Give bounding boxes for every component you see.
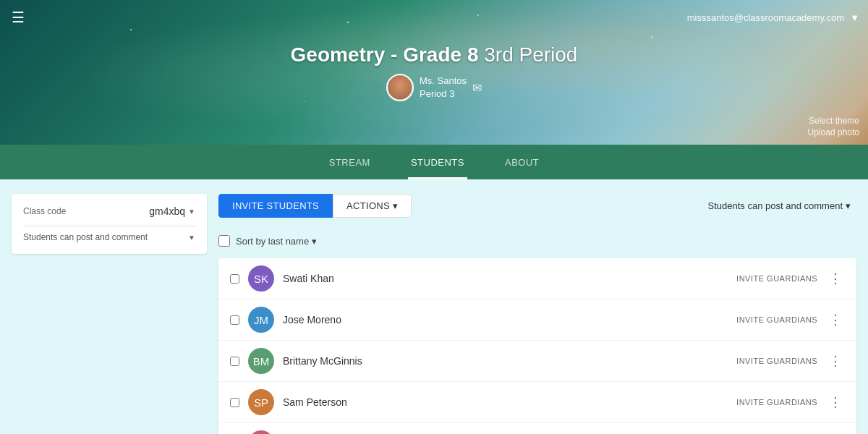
- student-list: SK Swati Khan INVITE GUARDIANS ⋮ JM Jose…: [218, 258, 856, 434]
- student-avatar: JS: [248, 430, 274, 434]
- select-theme-link[interactable]: Select theme: [809, 116, 859, 126]
- permission-dropdown-label: Students can post and comment: [708, 200, 843, 211]
- sort-row: Sort by last name ▾: [218, 229, 856, 252]
- invite-guardians-button[interactable]: INVITE GUARDIANS: [736, 274, 817, 283]
- student-name: Sam Peterson: [283, 396, 728, 408]
- hero-title: Geometry - Grade 8 3rd Period: [291, 43, 578, 67]
- sidebar: Class code gm4xbq ▼ Students can post an…: [12, 194, 207, 434]
- class-code-text: gm4xbq: [149, 205, 185, 217]
- student-checkbox-2[interactable]: [230, 357, 239, 366]
- hero-actions: Select theme Upload photo: [808, 116, 859, 137]
- more-options-icon[interactable]: ⋮: [826, 352, 845, 370]
- table-row: JS Jennifer Shepherd INVITE GUARDIANS ⋮: [218, 423, 856, 434]
- sort-label[interactable]: Sort by last name ▾: [236, 236, 317, 247]
- class-code-dropdown-arrow[interactable]: ▼: [188, 208, 195, 216]
- nav-item-stream[interactable]: STREAM: [326, 145, 373, 179]
- class-code-label: Class code: [23, 206, 66, 216]
- nav-item-about[interactable]: ABOUT: [502, 145, 542, 179]
- student-avatar: JM: [248, 307, 274, 333]
- student-avatar: BM: [248, 348, 274, 374]
- invite-guardians-button[interactable]: INVITE GUARDIANS: [736, 398, 817, 407]
- sidebar-permission-text: Students can post and comment: [23, 232, 148, 242]
- top-bar: ☰ misssantos@classroomacademy.com ▼: [0, 0, 868, 35]
- more-options-icon[interactable]: ⋮: [826, 310, 845, 329]
- sidebar-divider: [23, 226, 195, 226]
- right-panel: INVITE STUDENTS ACTIONS ▾ Students can p…: [218, 194, 856, 434]
- email-icon[interactable]: ✉: [472, 81, 482, 95]
- select-all-checkbox[interactable]: [218, 235, 230, 247]
- user-email: misssantos@classroomacademy.com: [687, 12, 844, 23]
- tab-actions[interactable]: ACTIONS ▾: [333, 194, 412, 218]
- more-options-icon[interactable]: ⋮: [826, 393, 845, 412]
- table-row: JM Jose Moreno INVITE GUARDIANS ⋮: [218, 299, 856, 341]
- sidebar-card: Class code gm4xbq ▼ Students can post an…: [12, 194, 207, 254]
- teacher-name: Ms. Santos: [420, 75, 467, 88]
- invite-guardians-button[interactable]: INVITE GUARDIANS: [736, 357, 817, 365]
- student-checkbox-0[interactable]: [230, 274, 239, 284]
- tab-invite-students[interactable]: INVITE STUDENTS: [218, 194, 333, 218]
- hero-subtitle: Ms. Santos Period 3 ✉: [386, 74, 482, 101]
- student-checkbox-1[interactable]: [230, 315, 239, 325]
- student-name: Swati Khan: [283, 273, 728, 284]
- invite-guardians-button[interactable]: INVITE GUARDIANS: [736, 315, 817, 324]
- student-name: Jose Moreno: [283, 314, 728, 326]
- student-avatar: SP: [248, 389, 274, 415]
- avatar-face: [388, 76, 412, 99]
- tabs-row: INVITE STUDENTS ACTIONS ▾: [218, 194, 412, 218]
- more-options-icon[interactable]: ⋮: [826, 269, 845, 288]
- permission-dropdown-arrow: ▾: [846, 200, 851, 211]
- student-avatar: SK: [248, 265, 274, 292]
- student-name: Brittany McGinnis: [283, 355, 728, 367]
- nav-bar: STREAM STUDENTS ABOUT: [0, 145, 868, 179]
- table-row: SK Swati Khan INVITE GUARDIANS ⋮: [218, 258, 856, 299]
- teacher-info: Ms. Santos Period 3: [420, 75, 467, 101]
- main-content: Class code gm4xbq ▼ Students can post an…: [0, 179, 868, 434]
- hamburger-icon[interactable]: ☰: [9, 6, 27, 29]
- sidebar-permission-arrow[interactable]: ▼: [188, 234, 195, 242]
- student-checkbox-3[interactable]: [230, 398, 239, 407]
- teacher-avatar: [386, 74, 414, 101]
- teacher-period: Period 3: [420, 88, 467, 101]
- account-dropdown-arrow[interactable]: ▼: [850, 12, 859, 23]
- table-row: BM Brittany McGinnis INVITE GUARDIANS ⋮: [218, 341, 856, 382]
- sidebar-permission-row: Students can post and comment ▼: [23, 232, 195, 242]
- top-bar-right: misssantos@classroomacademy.com ▼: [687, 12, 859, 23]
- nav-item-students[interactable]: STUDENTS: [408, 145, 467, 179]
- class-code-row: Class code gm4xbq ▼: [23, 205, 195, 217]
- upload-photo-link[interactable]: Upload photo: [808, 127, 859, 137]
- panel-header: INVITE STUDENTS ACTIONS ▾ Students can p…: [218, 194, 856, 218]
- permission-dropdown[interactable]: Students can post and comment ▾: [702, 196, 856, 216]
- class-code-value: gm4xbq ▼: [149, 205, 195, 217]
- table-row: SP Sam Peterson INVITE GUARDIANS ⋮: [218, 382, 856, 423]
